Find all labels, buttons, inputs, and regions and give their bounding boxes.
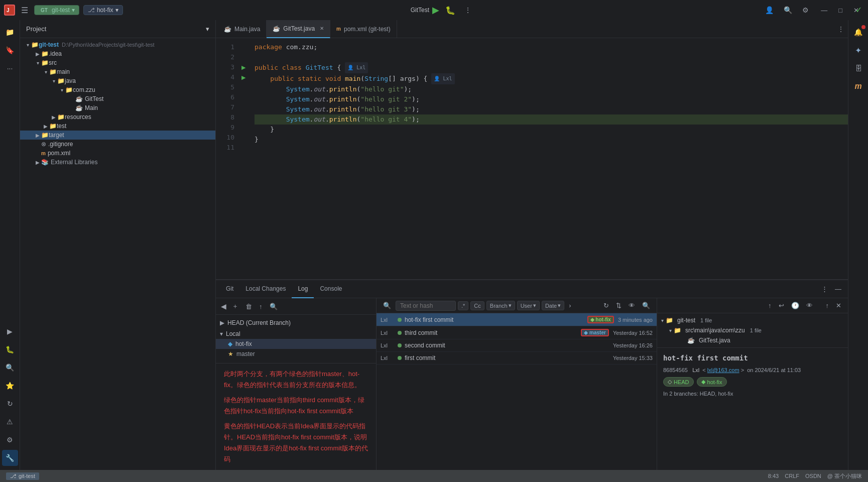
branch-header-head[interactable]: ▶ HEAD (Current Branch): [216, 318, 376, 328]
sidebar-icon-project[interactable]: 📁: [2, 24, 18, 40]
right-icon-ai[interactable]: ✦: [850, 42, 866, 58]
refresh-log-icon[interactable]: ↻: [601, 300, 611, 311]
search-branch-icon[interactable]: 🔍: [267, 301, 280, 312]
log-search-input[interactable]: [396, 301, 456, 311]
tab-log[interactable]: Log: [292, 280, 314, 298]
more-filter-icon[interactable]: ›: [566, 300, 573, 311]
sidebar-icon-debug[interactable]: 🐛: [2, 341, 18, 357]
new-branch-icon[interactable]: ＋: [229, 300, 241, 312]
sidebar-icon-git[interactable]: ↻: [2, 396, 18, 412]
log-dot-3: [395, 356, 405, 360]
hamburger-menu[interactable]: ☰: [19, 4, 30, 17]
branch-item-hotfix[interactable]: ◆ hot-fix: [216, 339, 376, 349]
branch-selector[interactable]: ⎇ hot-fix ▾: [83, 5, 123, 15]
log-message-1: third commit: [405, 329, 577, 336]
sidebar-icon-settings2[interactable]: ⚙: [2, 432, 18, 448]
tree-item-test[interactable]: ▶ 📁 test: [20, 122, 215, 131]
push-icon[interactable]: ↑: [257, 301, 265, 312]
tree-item-idea[interactable]: ▶ 📁 .idea: [20, 49, 215, 58]
status-encoding[interactable]: CRLF: [785, 473, 799, 479]
right-icon-m[interactable]: m: [850, 78, 866, 94]
tree-item-resources[interactable]: ▶ 📁 resources: [20, 112, 215, 122]
delete-branch-icon[interactable]: 🗑: [243, 301, 255, 312]
run-icon[interactable]: ▶: [432, 5, 439, 16]
eye-icon[interactable]: 👁: [626, 300, 638, 311]
tree-item-root[interactable]: ▾ 📁 git-test D:\Python\IdeaProjects\git-…: [20, 40, 215, 49]
case-btn[interactable]: Cc: [470, 301, 484, 310]
right-clock-icon[interactable]: 🕐: [789, 300, 802, 311]
tab-pom-xml[interactable]: m pom.xml (git-test): [330, 20, 397, 38]
tab-git[interactable]: Git: [220, 280, 239, 298]
tree-label-gitignore: .gitignore: [48, 141, 73, 148]
status-file-type[interactable]: OSDN: [805, 473, 821, 479]
collapse-branches-btn[interactable]: ◀: [220, 301, 227, 311]
right-close-icon[interactable]: ✕: [833, 300, 844, 311]
right-icon-database[interactable]: 🗄: [850, 60, 866, 76]
branch-item-master[interactable]: ★ master: [216, 349, 376, 359]
minimize-button[interactable]: —: [816, 5, 832, 16]
branch-header-local[interactable]: ▾ Local: [216, 329, 376, 339]
profile-icon[interactable]: 👤: [762, 4, 777, 16]
right-collapse-icon[interactable]: ↑: [823, 300, 832, 311]
panel-minimize-icon[interactable]: —: [832, 284, 844, 294]
right-icon-notifications[interactable]: 🔔: [850, 24, 866, 40]
tree-item-target[interactable]: ▶ 📁 target: [20, 131, 215, 140]
commit-tree-root[interactable]: ▾ 📁 git-test 1 file: [657, 315, 848, 325]
log-row-3[interactable]: Lxl first commit Yesterday 15:33: [377, 352, 657, 365]
tab-bar-more[interactable]: ⋮: [836, 24, 846, 35]
tree-item-pom[interactable]: ▶ m pom.xml: [20, 149, 215, 158]
tree-item-main[interactable]: ▾ 📁 main: [20, 67, 215, 76]
run-marker-line3[interactable]: ▶: [241, 62, 245, 72]
tree-item-Main[interactable]: ▶ ☕ Main: [20, 103, 215, 112]
commit-email[interactable]: lxl@163.com: [707, 367, 739, 373]
sidebar-icon-star[interactable]: ⭐: [2, 378, 18, 394]
tab-main-java[interactable]: ☕ Main.java: [218, 20, 267, 38]
log-row-0[interactable]: Lxl hot-fix first commit ◆ hot-fix 3 min…: [377, 313, 657, 326]
git-branches-list: ▶ HEAD (Current Branch) ▾ Local ◆: [216, 315, 376, 363]
run-button[interactable]: GitTest ▶: [411, 5, 439, 16]
sidebar-icon-more[interactable]: ···: [2, 60, 18, 76]
tree-item-gitignore[interactable]: ▶ ⊗ .gitignore: [20, 140, 215, 149]
right-undo-icon[interactable]: ↩: [776, 300, 787, 311]
fetch-icon[interactable]: ⇅: [613, 300, 624, 311]
tab-local-changes[interactable]: Local Changes: [239, 280, 292, 298]
sidebar-icon-bookmarks[interactable]: 🔖: [2, 42, 18, 58]
folder-icon-main: 📁: [49, 68, 57, 75]
run-marker-line4[interactable]: ▶: [241, 72, 245, 82]
log-row-2[interactable]: Lxl second commit Yesterday 16:26: [377, 339, 657, 352]
sidebar-icon-git2[interactable]: 🔧: [2, 450, 18, 466]
regex-btn[interactable]: .*: [458, 301, 468, 310]
git-branches-panel: ◀ ＋ 🗑 ↑ 🔍 ▶ HEAD (Current Branch): [216, 298, 377, 470]
log-row-1[interactable]: Lxl third commit ◆ master Yesterday 16:5…: [377, 326, 657, 339]
sidebar-icon-run[interactable]: ▶: [2, 323, 18, 339]
settings-icon[interactable]: ⚙: [799, 4, 812, 16]
user-filter-btn[interactable]: User ▾: [517, 301, 540, 310]
sidebar-icon-warning[interactable]: ⚠: [2, 414, 18, 430]
commit-tree-gitTest[interactable]: ▶ ☕ GitTest.java: [657, 335, 848, 345]
commit-tree-src[interactable]: ▾ 📁 src\main\java\com\zzu 1 file: [657, 325, 848, 335]
panel-more-icon[interactable]: ⋮: [819, 284, 830, 294]
more-actions-button[interactable]: ⋮: [461, 4, 474, 16]
tree-item-java[interactable]: ▾ 📁 java: [20, 76, 215, 85]
branch-filter-btn[interactable]: Branch ▾: [486, 301, 515, 310]
tree-item-src[interactable]: ▾ 📁 src: [20, 58, 215, 67]
status-line-col[interactable]: 8:43: [768, 473, 779, 479]
tree-item-external-libs[interactable]: ▶ 📚 External Libraries: [20, 158, 215, 167]
right-eye-icon[interactable]: 👁: [804, 300, 815, 311]
search-icon[interactable]: 🔍: [781, 4, 795, 16]
tab-close-gitTest[interactable]: ✕: [320, 26, 324, 31]
tab-console[interactable]: Console: [314, 280, 348, 298]
debug-button[interactable]: 🐛: [445, 6, 455, 15]
maximize-button[interactable]: □: [833, 5, 847, 16]
tab-gitTest-java[interactable]: ☕ GitTest.java ✕: [267, 20, 330, 38]
project-selector[interactable]: GT git-test ▾: [34, 5, 79, 15]
status-git-branch[interactable]: ⎇ git-test: [6, 472, 39, 480]
branch-name-master: master: [236, 350, 255, 357]
tree-item-comzzu[interactable]: ▾ 📁 com.zzu: [20, 85, 215, 94]
right-up-icon[interactable]: ↑: [766, 300, 774, 311]
sidebar-icon-search[interactable]: 🔍: [2, 359, 18, 376]
tree-item-gitTest[interactable]: ▶ ☕ GitTest: [20, 94, 215, 103]
search-log-icon[interactable]: 🔍: [381, 300, 394, 311]
search-log-icon2[interactable]: 🔍: [640, 300, 653, 311]
date-filter-btn[interactable]: Date ▾: [542, 301, 564, 310]
